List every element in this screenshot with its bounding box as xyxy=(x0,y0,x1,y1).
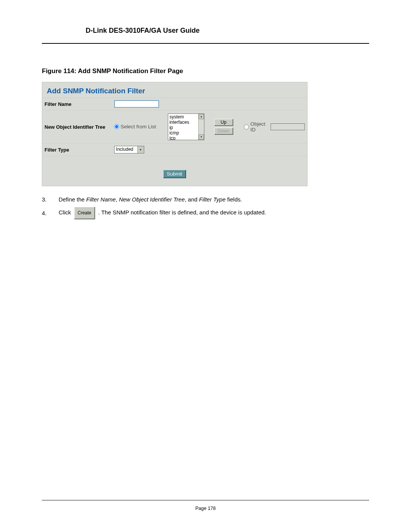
object-id-input[interactable] xyxy=(271,123,305,130)
radio-select-from-list-label: Select from List xyxy=(121,124,156,129)
label-filter-name: Filter Name xyxy=(42,98,112,110)
oid-listbox[interactable]: system interfaces ip icmp tcp ▴ ▾ xyxy=(168,113,204,140)
radio-object-id-wrap: Object ID xyxy=(244,121,269,133)
filter-type-value: Included xyxy=(115,146,137,153)
page-footer: Page 178 xyxy=(0,500,411,511)
radio-object-id-label: Object ID xyxy=(250,121,269,133)
list-item[interactable]: system xyxy=(169,114,189,120)
filter-form-table: Filter Name New Object Identifier Tree S… xyxy=(42,97,307,156)
instruction-step-4: 4. Click Create . The SNMP notification … xyxy=(42,207,369,219)
scroll-up-icon[interactable]: ▴ xyxy=(199,114,204,119)
up-button[interactable]: Up xyxy=(214,119,233,126)
label-new-oid-tree: New Object Identifier Tree xyxy=(42,110,112,144)
row-filter-name: Filter Name xyxy=(42,98,307,110)
instruction-step-3: 3. Define the Filter Name, New Object Id… xyxy=(42,195,369,204)
header-divider xyxy=(42,43,369,44)
footer-divider xyxy=(42,500,369,500)
submit-button[interactable]: Submit xyxy=(163,170,186,178)
list-item[interactable]: interfaces xyxy=(169,120,189,125)
step-text: Click Create . The SNMP notification fil… xyxy=(59,207,266,219)
list-item[interactable]: ip xyxy=(169,125,189,130)
radio-select-from-list[interactable] xyxy=(114,124,119,129)
instruction-list: 3. Define the Filter Name, New Object Id… xyxy=(42,195,369,219)
page-number: Page 178 xyxy=(195,506,216,511)
down-button[interactable]: Down xyxy=(214,128,233,135)
filter-name-input[interactable] xyxy=(114,100,159,108)
doc-header-title: D-Link DES-3010FA/GA User Guide xyxy=(42,27,369,43)
dropdown-arrow-icon: ▾ xyxy=(137,146,144,153)
snmp-filter-panel: Add SNMP Notification Filter Filter Name… xyxy=(42,82,307,186)
radio-object-id[interactable] xyxy=(244,125,249,129)
list-item[interactable]: tcp xyxy=(169,136,189,140)
label-filter-type: Filter Type xyxy=(42,144,112,156)
step-text: Define the Filter Name, New Object Ident… xyxy=(59,195,242,204)
step-number: 3. xyxy=(42,195,59,204)
create-button[interactable]: Create xyxy=(74,207,95,219)
step-number: 4. xyxy=(42,208,59,218)
filter-type-select[interactable]: Included ▾ xyxy=(114,146,144,153)
list-item[interactable]: icmp xyxy=(169,130,189,136)
figure-caption: Figure 114: Add SNMP Notification Filter… xyxy=(42,67,369,75)
listbox-scrollbar[interactable]: ▴ ▾ xyxy=(198,114,204,140)
panel-title: Add SNMP Notification Filter xyxy=(42,82,307,97)
scroll-down-icon[interactable]: ▾ xyxy=(199,134,204,140)
row-new-oid-tree: New Object Identifier Tree Select from L… xyxy=(42,110,307,144)
row-filter-type: Filter Type Included ▾ xyxy=(42,144,307,156)
radio-select-from-list-wrap: Select from List xyxy=(114,124,156,129)
